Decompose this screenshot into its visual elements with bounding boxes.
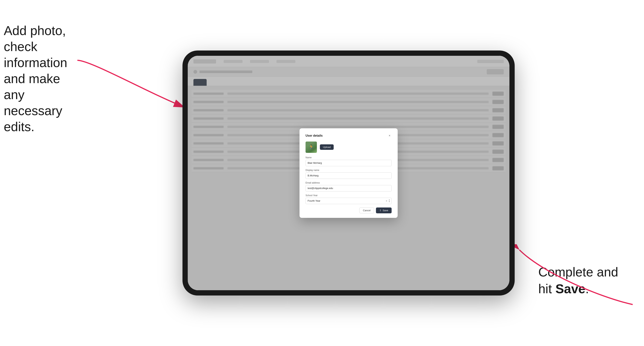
name-field-group: Name (306, 156, 392, 166)
school-year-clear-icon[interactable]: × (386, 199, 387, 202)
display-name-input[interactable] (306, 173, 392, 179)
upload-photo-button[interactable]: Upload (320, 144, 334, 150)
school-year-down-icon[interactable]: ▼ (388, 201, 390, 203)
user-details-modal: User details × Upload Name (300, 128, 398, 218)
school-year-field-group: School Year × ▲ ▼ (306, 194, 392, 204)
email-label: Email address (306, 181, 392, 184)
school-year-label: School Year (306, 194, 392, 197)
save-button[interactable]: ⇧ Save (376, 207, 392, 213)
avatar-img-inner (306, 142, 317, 153)
email-input[interactable] (306, 185, 392, 191)
school-year-arrows[interactable]: ▲ ▼ (388, 199, 390, 203)
name-input[interactable] (306, 160, 392, 166)
display-name-label: Display name (306, 169, 392, 172)
display-name-field-group: Display name (306, 169, 392, 179)
annotation-right: Complete and hit Save. (538, 264, 633, 297)
modal-footer: Cancel ⇧ Save (306, 207, 392, 213)
tablet-device: User details × Upload Name (182, 50, 515, 296)
modal-header: User details × (306, 134, 392, 138)
school-year-up-icon[interactable]: ▲ (388, 199, 390, 201)
save-icon: ⇧ (380, 209, 382, 212)
avatar-section: Upload (306, 142, 392, 153)
tablet-screen: User details × Upload Name (188, 56, 510, 290)
school-year-controls: × ▲ ▼ (386, 199, 390, 203)
school-year-input[interactable] (306, 198, 392, 204)
cancel-button[interactable]: Cancel (359, 207, 374, 213)
modal-title: User details (306, 134, 323, 137)
annotation-left: Add photo, check information and make an… (4, 23, 83, 135)
arrow-left-icon (72, 55, 192, 115)
school-year-wrapper: × ▲ ▼ (306, 198, 392, 204)
name-label: Name (306, 156, 392, 159)
email-field-group: Email address (306, 181, 392, 191)
avatar-image (306, 142, 317, 153)
app-background: User details × Upload Name (188, 56, 510, 290)
modal-close-button[interactable]: × (388, 134, 392, 138)
modal-overlay: User details × Upload Name (188, 56, 510, 290)
